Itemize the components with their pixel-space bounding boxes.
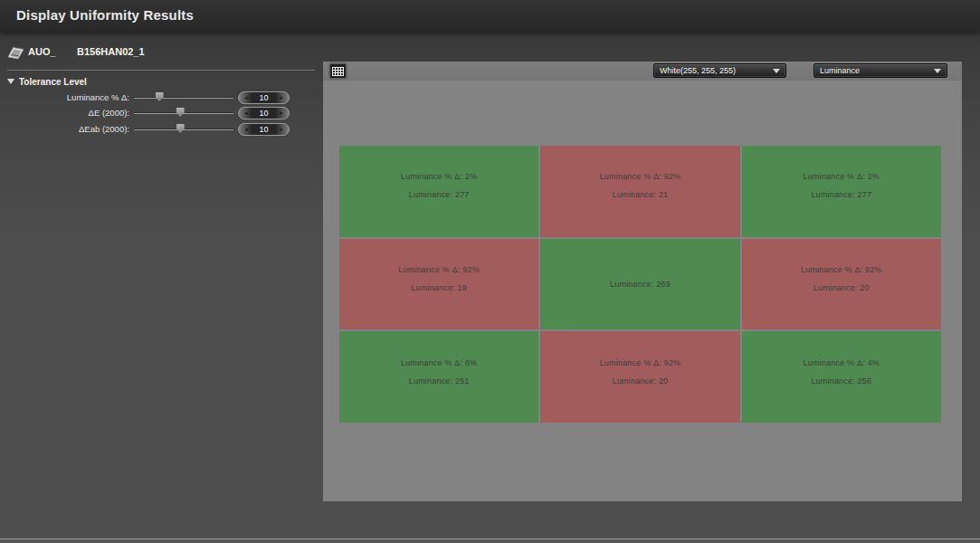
tile-delta-text: Luminance % Δ: 2% xyxy=(401,172,477,181)
tolerance-value-spinner[interactable]: ◄10► xyxy=(238,123,290,136)
uniformity-tile-grid: Luminance % Δ: 2%Luminance: 277Luminance… xyxy=(339,146,941,423)
tile-delta-text: Luminance % Δ: 92% xyxy=(600,172,681,181)
slider-track[interactable] xyxy=(134,129,233,130)
separator xyxy=(7,70,315,71)
spinner-value: 10 xyxy=(259,109,268,118)
tile-delta-text: Luminance % Δ: 4% xyxy=(804,358,880,367)
spinner-value: 10 xyxy=(259,125,268,134)
tile-delta-text: Luminance % Δ: 92% xyxy=(398,265,480,274)
results-toolbar: White(255, 255, 255) Luminance xyxy=(323,62,962,81)
slider-track[interactable] xyxy=(134,97,233,99)
patch-color-value: White(255, 255, 255) xyxy=(654,66,773,75)
uniformity-tile: Luminance % Δ: 4%Luminance: 256 xyxy=(742,331,941,423)
slider-track[interactable] xyxy=(134,112,233,114)
bottom-edge-strip xyxy=(0,538,980,543)
grid-view-button[interactable] xyxy=(329,63,347,79)
sidebar: AUO_ B156HAN02_1 Tolerance Level Luminan… xyxy=(0,32,322,501)
tolerance-value-spinner[interactable]: ◄10► xyxy=(238,91,290,104)
tolerance-value-spinner[interactable]: ◄10► xyxy=(238,107,290,119)
tile-luminance-text: Luminance: 251 xyxy=(409,376,470,386)
metric-value: Luminance xyxy=(814,66,934,75)
page-title: Display Uniformity Results xyxy=(16,7,194,23)
collapse-arrow-icon xyxy=(7,79,14,84)
title-bar: Display Uniformity Results xyxy=(0,0,980,32)
slider-thumb[interactable] xyxy=(176,124,185,133)
tolerance-slider-row: Luminance % Δ:◄10► xyxy=(0,91,322,104)
tile-luminance-text: Luminance: 277 xyxy=(811,190,871,199)
tile-luminance-text: Luminance: 19 xyxy=(411,283,467,292)
spinner-decrement-icon[interactable]: ◄ xyxy=(243,110,249,116)
tolerance-section-label: Tolerance Level xyxy=(19,77,87,87)
tolerance-slider-row: ΔEab (2000):◄10► xyxy=(0,123,322,136)
tolerance-slider-row: ΔE (2000):◄10► xyxy=(0,107,322,119)
uniformity-tile: Luminance % Δ: 92%Luminance: 20 xyxy=(742,239,941,330)
metric-dropdown[interactable]: Luminance xyxy=(813,63,947,78)
display-device-icon xyxy=(6,45,24,61)
spinner-increment-icon[interactable]: ► xyxy=(279,95,284,100)
device-vendor: AUO_ xyxy=(28,46,56,57)
chevron-down-icon xyxy=(773,69,780,73)
tile-luminance-text: Luminance: 20 xyxy=(613,376,669,386)
grid-icon xyxy=(332,67,344,76)
tile-delta-text: Luminance % Δ: 92% xyxy=(801,265,882,274)
uniformity-tile: Luminance: 269 xyxy=(540,239,739,330)
tile-luminance-text: Luminance: 20 xyxy=(813,283,870,292)
tile-luminance-text: Luminance: 21 xyxy=(613,190,669,199)
tolerance-section-header[interactable]: Tolerance Level xyxy=(7,76,87,87)
patch-color-dropdown[interactable]: White(255, 255, 255) xyxy=(653,63,786,78)
tile-delta-text: Luminance % Δ: 92% xyxy=(600,358,681,367)
tile-luminance-text: Luminance: 269 xyxy=(610,280,671,289)
spinner-value: 10 xyxy=(259,93,268,102)
tile-luminance-text: Luminance: 277 xyxy=(409,190,470,199)
device-row: AUO_ B156HAN02_1 xyxy=(0,43,322,63)
tile-luminance-text: Luminance: 256 xyxy=(811,376,871,386)
tile-delta-text: Luminance % Δ: 2% xyxy=(804,172,880,181)
spinner-decrement-icon[interactable]: ◄ xyxy=(243,127,249,132)
slider-label: ΔEab (2000): xyxy=(0,124,129,134)
slider-thumb[interactable] xyxy=(156,92,164,101)
uniformity-tile: Luminance % Δ: 6%Luminance: 251 xyxy=(339,331,538,423)
slider-thumb[interactable] xyxy=(176,108,185,117)
tile-delta-text: Luminance % Δ: 6% xyxy=(401,358,477,367)
uniformity-tile: Luminance % Δ: 2%Luminance: 277 xyxy=(742,146,941,237)
spinner-decrement-icon[interactable]: ◄ xyxy=(243,95,249,100)
spinner-increment-icon[interactable]: ► xyxy=(279,110,284,116)
slider-label: ΔE (2000): xyxy=(0,108,129,118)
spinner-increment-icon[interactable]: ► xyxy=(279,127,284,132)
device-model: B156HAN02_1 xyxy=(77,46,145,57)
uniformity-tile: Luminance % Δ: 92%Luminance: 21 xyxy=(540,146,739,237)
uniformity-tile: Luminance % Δ: 92%Luminance: 19 xyxy=(339,239,538,330)
chevron-down-icon xyxy=(934,69,941,73)
uniformity-tile: Luminance % Δ: 2%Luminance: 277 xyxy=(339,146,538,237)
uniformity-results-panel: White(255, 255, 255) Luminance Luminance… xyxy=(323,62,962,501)
uniformity-tile: Luminance % Δ: 92%Luminance: 20 xyxy=(540,331,739,423)
slider-label: Luminance % Δ: xyxy=(0,92,129,102)
